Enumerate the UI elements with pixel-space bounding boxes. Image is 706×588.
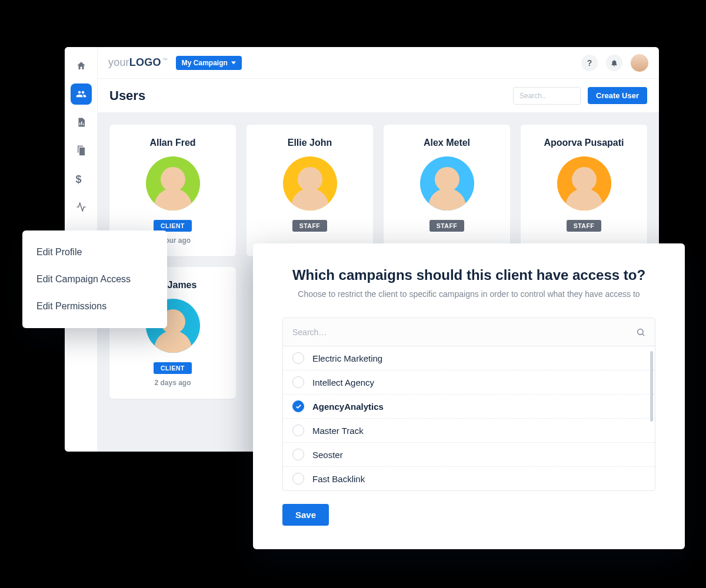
user-name: Apoorva Pusapati [544, 138, 624, 148]
role-badge: STAFF [567, 220, 602, 232]
menu-edit-profile[interactable]: Edit Profile [22, 239, 167, 266]
search-icon [636, 328, 645, 337]
file-chart-icon [76, 117, 86, 128]
role-badge: CLIENT [154, 362, 192, 374]
campaign-dropdown[interactable]: My Campaign [176, 56, 242, 70]
last-seen: 2 days ago [154, 379, 191, 387]
logo-tm: ™ [162, 57, 168, 63]
svg-point-0 [638, 329, 643, 334]
campaign-option[interactable]: Fast Backlink [283, 467, 655, 490]
campaign-option[interactable]: Seoster [283, 443, 655, 467]
user-card[interactable]: Alex Metel STAFF [384, 125, 510, 256]
user-avatar [146, 156, 200, 211]
copy-icon [76, 145, 86, 156]
user-avatar [420, 156, 474, 211]
campaign-access-modal: Which campaigns should this client have … [253, 243, 685, 549]
radio-unchecked-icon [292, 473, 304, 485]
users-icon [76, 89, 86, 99]
modal-subtitle: Choose to restrict the client to specifi… [282, 289, 655, 299]
campaign-option[interactable]: Electric Marketing [283, 346, 655, 370]
role-badge: CLIENT [154, 220, 192, 232]
campaign-search-input[interactable] [292, 328, 630, 337]
user-card[interactable]: Apoorva Pusapati STAFF [521, 125, 647, 256]
sidebar-item-reports[interactable] [71, 112, 92, 133]
save-button[interactable]: Save [282, 504, 329, 526]
role-badge: STAFF [429, 220, 465, 232]
campaign-label: AgencyAnalytics [312, 402, 384, 412]
modal-footer: Save [282, 504, 655, 526]
campaign-option[interactable]: AgencyAnalytics [283, 395, 655, 419]
role-badge: STAFF [292, 220, 328, 232]
campaign-label: Intellect Agency [312, 377, 374, 387]
scrollbar[interactable] [650, 351, 653, 422]
help-button[interactable]: ? [581, 55, 598, 71]
sidebar-item-activity[interactable] [71, 196, 92, 218]
bell-icon [610, 59, 618, 67]
radio-checked-icon [292, 400, 304, 412]
page-header: Users Create User [98, 79, 659, 113]
help-icon: ? [587, 58, 592, 68]
menu-edit-campaign-access[interactable]: Edit Campaign Access [22, 266, 167, 293]
topbar: yourLOGO™ My Campaign ? [98, 47, 659, 79]
search-input[interactable] [513, 87, 581, 105]
sidebar-item-billing[interactable]: $ [71, 168, 92, 189]
logo-prefix: your [108, 56, 129, 68]
create-user-button[interactable]: Create User [588, 87, 647, 104]
user-name: Alex Metel [424, 138, 470, 148]
campaign-selector: Electric Marketing Intellect Agency Agen… [282, 318, 655, 491]
activity-icon [76, 202, 86, 212]
radio-unchecked-icon [292, 425, 304, 436]
campaign-label: Fast Backlink [312, 474, 365, 484]
campaign-label: Master Track [312, 426, 364, 436]
sidebar-item-copy[interactable] [71, 140, 92, 161]
logo: yourLOGO™ [108, 56, 168, 69]
campaign-label: Seoster [312, 450, 343, 460]
radio-unchecked-icon [292, 376, 304, 388]
campaign-list[interactable]: Electric Marketing Intellect Agency Agen… [283, 346, 655, 490]
sidebar-item-home[interactable] [71, 55, 92, 76]
page-title: Users [109, 88, 145, 103]
user-card[interactable]: Ellie John STAFF [247, 125, 373, 256]
user-name: Ellie John [288, 138, 332, 148]
campaign-search-row [283, 318, 655, 346]
sidebar-item-users[interactable] [71, 83, 92, 105]
notifications-button[interactable] [606, 55, 622, 71]
logo-brand: LOGO [129, 56, 161, 68]
menu-edit-permissions[interactable]: Edit Permissions [22, 293, 167, 320]
campaign-option[interactable]: Master Track [283, 419, 655, 443]
user-avatar [283, 156, 337, 211]
home-icon [76, 61, 86, 71]
radio-unchecked-icon [292, 352, 304, 364]
avatar[interactable] [631, 54, 648, 72]
modal-title: Which campaigns should this client have … [282, 267, 655, 283]
dollar-icon: $ [76, 173, 86, 184]
svg-line-1 [642, 334, 644, 336]
chevron-down-icon [231, 61, 236, 65]
user-avatar [557, 156, 611, 211]
campaign-option[interactable]: Intellect Agency [283, 370, 655, 395]
campaign-label: Electric Marketing [312, 353, 382, 363]
user-name: Allan Fred [149, 138, 195, 148]
context-menu: Edit Profile Edit Campaign Access Edit P… [22, 230, 167, 328]
radio-unchecked-icon [292, 449, 304, 460]
campaign-dropdown-label: My Campaign [182, 59, 228, 67]
